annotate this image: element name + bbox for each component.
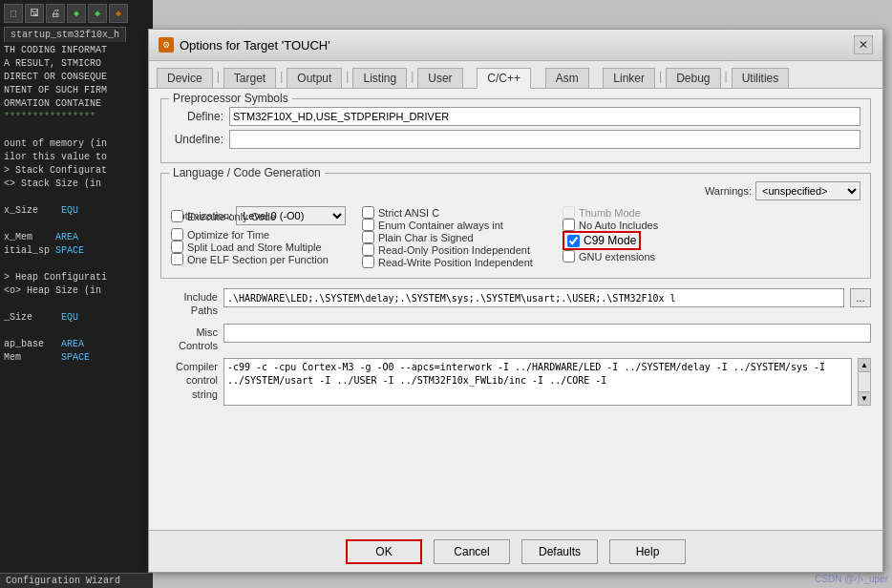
editor-toolbar: ⬚ 🖫 🖨 ◆ ◆ ◆ [4,4,149,23]
tab-output[interactable]: Output [287,68,342,88]
preprocessor-group-label: Preprocessor Symbols [169,92,292,105]
defaults-button[interactable]: Defaults [521,539,598,564]
toolbar-btn-6[interactable]: ◆ [109,4,128,23]
strict-ansi-label: Strict ANSI C [378,207,439,219]
define-input[interactable] [229,107,860,126]
toolbar-btn-3[interactable]: 🖨 [46,4,65,23]
optimize-time-checkbox[interactable] [171,228,183,241]
misc-controls-row: MiscControls [160,324,871,353]
tab-linker[interactable]: Linker [603,68,655,88]
rw-pi-checkbox[interactable] [362,256,374,268]
plain-char-label: Plain Char is Signed [378,232,474,243]
tabs-bar: Device | Target | Output | Listing | Use… [149,61,882,89]
code-area: TH CODING INFORMAT A RESULT, STMICRO DIR… [4,44,149,365]
include-paths-input[interactable] [223,288,844,307]
include-paths-row: IncludePaths … [160,288,871,318]
scroll-up-btn[interactable]: ▲ [859,359,870,372]
include-label: IncludePaths [160,288,218,318]
execute-only-checkbox[interactable] [171,210,183,222]
include-browse-button[interactable]: … [850,288,871,307]
split-load-checkbox[interactable] [171,241,183,253]
compiler-scrollbar[interactable]: ▲ ▼ [858,358,871,406]
thumb-mode-checkbox[interactable] [563,206,575,219]
cb-enum-container: Enum Container always int [362,219,563,231]
tab-debug[interactable]: Debug [666,68,720,88]
cb-ro-pi: Read-Only Position Independent [362,243,563,256]
dialog-titlebar: ⚙ Options for Target 'TOUCH' ✕ [149,30,882,61]
cb-rw-pi: Read-Write Position Independent [362,256,563,268]
toolbar-btn-5[interactable]: ◆ [88,4,107,23]
lang-group: Language / Code Generation Warnings: <un… [160,173,871,279]
options-dialog: ⚙ Options for Target 'TOUCH' ✕ Device | … [148,29,883,573]
scroll-down-btn[interactable]: ▼ [859,391,870,405]
warnings-row: Warnings: <unspecified> No Warnings All … [705,181,860,200]
cb-optimize-time: Optimize for Time [171,228,362,241]
cancel-button[interactable]: Cancel [434,539,510,564]
c99-mode-label: C99 Mode [584,234,636,247]
no-auto-includes-checkbox[interactable] [563,219,575,231]
cb-plain-char: Plain Char is Signed [362,231,563,243]
help-button[interactable]: Help [609,539,686,564]
undefine-input[interactable] [229,130,860,149]
tab-utilities[interactable]: Utilities [732,68,790,88]
compiler-string-textarea[interactable]: -c99 -c -cpu Cortex-M3 -g -O0 --apcs=int… [223,358,852,406]
gnu-ext-label: GNU extensions [579,251,655,262]
one-elf-checkbox[interactable] [171,253,183,265]
undefine-label: Undefine: [171,133,223,146]
tab-user[interactable]: User [417,68,462,88]
misc-controls-input[interactable] [223,324,871,343]
dialog-title-text: Options for Target 'TOUCH' [180,38,330,52]
strict-ansi-checkbox[interactable] [362,206,374,219]
ro-pi-checkbox[interactable] [362,243,374,256]
toolbar-btn-2[interactable]: 🖫 [25,4,44,23]
no-auto-includes-label: No Auto Includes [579,220,658,231]
plain-char-checkbox[interactable] [362,231,374,243]
thumb-mode-label: Thumb Mode [579,207,641,219]
warnings-label: Warnings: [705,185,752,197]
close-button[interactable]: ✕ [854,35,873,54]
one-elf-label: One ELF Section per Function [187,254,329,265]
c99-mode-checkbox[interactable] [567,235,580,247]
define-row: Define: [171,107,860,126]
cb-strict-ansi: Strict ANSI C [362,206,563,219]
ro-pi-label: Read-Only Position Independent [378,244,530,256]
lang-group-label: Language / Code Generation [169,166,325,179]
gnu-ext-checkbox[interactable] [563,250,575,262]
file-tab[interactable]: startup_stm32f10x_h [4,27,126,42]
cb-no-auto-includes: No Auto Includes [563,219,734,231]
toolbar-btn-4[interactable]: ◆ [67,4,86,23]
dialog-body: Preprocessor Symbols Define: Undefine: L… [149,89,882,415]
execute-only-label: Execute-only Code [187,211,276,222]
tab-asm[interactable]: Asm [545,68,589,88]
col3: Thumb Mode No Auto Includes C99 Mode GNU… [563,206,734,268]
editor-panel: ⬚ 🖫 🖨 ◆ ◆ ◆ startup_stm32f10x_h TH CODIN… [0,0,153,588]
compiler-label: Compilercontrolstring [160,358,218,401]
cb-thumb-mode: Thumb Mode [563,206,734,219]
warnings-select[interactable]: <unspecified> No Warnings All Warnings [755,181,860,200]
compiler-row: Compilercontrolstring -c99 -c -cpu Corte… [160,358,871,406]
preprocessor-group: Preprocessor Symbols Define: Undefine: [160,98,871,163]
misc-label: MiscControls [160,324,218,353]
dialog-footer: OK Cancel Defaults Help [149,530,882,572]
enum-container-label: Enum Container always int [378,220,503,231]
tab-listing[interactable]: Listing [352,68,407,88]
watermark: CSDN @小_uper [815,573,888,586]
split-load-label: Split Load and Store Multiple [187,242,322,253]
enum-container-checkbox[interactable] [362,219,374,231]
undefine-row: Undefine: [171,130,860,149]
config-wizard-tab[interactable]: Configuration Wizard [0,573,153,588]
optimize-time-label: Optimize for Time [187,229,269,241]
tab-cpp[interactable]: C/C++ [477,68,531,89]
cb-c99-highlighted: C99 Mode [563,231,641,250]
cb-gnu-ext: GNU extensions [563,250,734,262]
dialog-icon: ⚙ [159,37,174,52]
cb-split-load: Split Load and Store Multiple [171,241,362,253]
cb-one-elf: One ELF Section per Function [171,253,362,265]
define-label: Define: [171,110,223,123]
tab-device[interactable]: Device [157,68,213,88]
toolbar-btn-1[interactable]: ⬚ [4,4,23,23]
ok-button[interactable]: OK [346,539,422,564]
cb-execute-only: Execute-only Code [171,210,276,222]
tab-target[interactable]: Target [223,68,276,88]
dialog-title: ⚙ Options for Target 'TOUCH' [159,37,330,52]
